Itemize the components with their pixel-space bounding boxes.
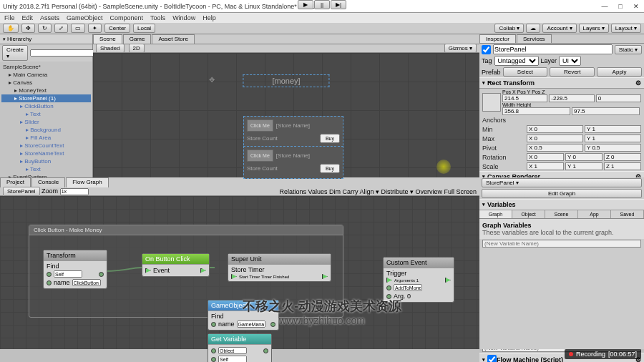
rot-x[interactable] [527, 153, 564, 161]
click-me-button[interactable]: Click Me [247, 150, 273, 162]
scene-gizmos[interactable]: Gizmos ▾ [444, 44, 477, 53]
menu-help[interactable]: Help [203, 14, 216, 21]
layers-dropdown[interactable]: Layers ▾ [579, 24, 609, 33]
store-panel-preview-1[interactable]: Click Me[Store Name] Store CountBuy [243, 116, 343, 149]
scene-2d[interactable]: 2D [129, 44, 145, 53]
money-text-preview[interactable]: [money] [243, 74, 329, 87]
scene-shading[interactable]: Shaded [96, 44, 125, 53]
flow-canvas[interactable]: Click Button - Make Money Transform Find… [0, 196, 479, 349]
cloud-icon[interactable]: ☁ [526, 24, 540, 33]
hierarchy-item[interactable]: ▸ StoreCountText [1, 142, 91, 150]
layer-select[interactable]: UI [559, 56, 581, 66]
tab-inspector[interactable]: Inspector [479, 34, 516, 43]
rotate-tool[interactable]: ↻ [38, 24, 52, 33]
edit-graph-button[interactable]: Edit Graph [482, 189, 642, 198]
hierarchy-item[interactable]: ▸ Fill Area [1, 134, 91, 142]
width[interactable] [502, 107, 570, 115]
tab-project[interactable]: Project [0, 177, 31, 187]
hierarchy-item[interactable]: ▸ StorePanel (1) [1, 94, 91, 102]
anchor-preset[interactable] [482, 93, 501, 112]
collab-dropdown[interactable]: Collab ▾ [494, 24, 524, 33]
gear-icon[interactable]: ⚙ [635, 79, 641, 87]
tab-asset-store[interactable]: Asset Store [152, 34, 194, 44]
node-get-variable[interactable]: Get Variable [208, 333, 272, 362]
anchor-min-y[interactable] [585, 125, 641, 133]
node-super-unit[interactable]: Super Unit Store Timer Start Timer Timer… [228, 253, 331, 282]
buy-button[interactable]: Buy [320, 164, 340, 173]
vartab-graph[interactable]: Graph [479, 210, 512, 218]
hierarchy-item[interactable]: SampleScene* [1, 63, 91, 71]
pause-button[interactable]: || [314, 0, 330, 9]
account-dropdown[interactable]: Account ▾ [542, 24, 576, 33]
hierarchy-item[interactable]: ▸ Text [1, 165, 91, 173]
height[interactable] [572, 107, 640, 115]
flow-breadcrumb[interactable]: StorePanel [3, 187, 40, 196]
menu-component[interactable]: Component [110, 14, 144, 21]
hierarchy-item[interactable]: ▸ StoreNameText [1, 150, 91, 157]
pos-x[interactable] [502, 94, 547, 102]
menu-tools[interactable]: Tools [150, 14, 165, 21]
scene-view[interactable]: ✥ [money] Click Me[Store Name] Store Cou… [93, 53, 479, 177]
scale-z[interactable] [604, 162, 641, 170]
tab-scene[interactable]: Scene [93, 34, 122, 44]
menu-gameobject[interactable]: GameObject [67, 14, 103, 21]
node-gameobject-find[interactable]: GameObject Find name [208, 300, 279, 331]
tab-console[interactable]: Console [31, 177, 65, 187]
rect-transform-header[interactable]: Rect Transform⚙ [479, 77, 644, 89]
prefab-apply[interactable]: Apply [597, 67, 642, 77]
play-button[interactable]: ▶ [298, 0, 313, 9]
vartab-app[interactable]: App [578, 210, 611, 218]
zoom-input[interactable] [60, 188, 89, 195]
variables-section-header[interactable]: Variables [479, 199, 644, 210]
menu-window[interactable]: Window [172, 14, 195, 21]
hierarchy-item[interactable]: ▸ Main Camera [1, 71, 91, 79]
layout-dropdown[interactable]: Layout ▾ [611, 24, 641, 33]
node-on-button-click[interactable]: On Button Click Event [142, 253, 210, 277]
hierarchy-item[interactable]: ▸ Background [1, 126, 91, 134]
node-transform-find[interactable]: Transform Find name [43, 250, 107, 289]
window-minimize[interactable]: — [600, 3, 610, 10]
pivot-x[interactable] [527, 144, 583, 152]
prefab-revert[interactable]: Revert [550, 67, 595, 77]
transform-tool[interactable]: ✦ [88, 24, 102, 33]
menu-file[interactable]: File [4, 14, 15, 21]
tab-game[interactable]: Game [123, 34, 152, 44]
hierarchy-item[interactable]: ▸ Text [1, 110, 91, 118]
click-me-button[interactable]: Click Me [247, 119, 273, 132]
anchor-max-x[interactable] [527, 134, 583, 142]
hierarchy-item[interactable]: ▸ BuyButton [1, 157, 91, 165]
store-panel-preview-2[interactable]: Click Me[Store Name] Store CountBuy [243, 146, 343, 179]
scale-tool[interactable]: ⤢ [54, 24, 68, 33]
rect-tool[interactable]: ▭ [71, 24, 85, 33]
rot-y[interactable] [565, 153, 602, 161]
anchor-max-y[interactable] [585, 134, 641, 142]
step-button[interactable]: ▶| [331, 0, 346, 9]
varpanel-title[interactable]: StorePanel ▾ [482, 178, 642, 187]
window-maximize[interactable]: □ [615, 3, 625, 10]
new-graph-var[interactable] [482, 240, 641, 248]
pos-y[interactable] [549, 94, 594, 102]
window-close[interactable]: ✕ [631, 3, 641, 10]
pivot-y[interactable] [585, 144, 641, 152]
hierarchy-tab[interactable]: Hierarchy [0, 34, 92, 44]
anchor-min-x[interactable] [527, 125, 583, 133]
vartab-object[interactable]: Object [512, 210, 545, 218]
hierarchy-item[interactable]: ▸ Slider [1, 118, 91, 126]
pivot-local[interactable]: Local [133, 24, 155, 33]
transform-gizmo[interactable]: ✥ [209, 76, 215, 84]
menu-edit[interactable]: Edit [22, 14, 34, 21]
pos-z[interactable] [596, 94, 641, 102]
scale-y[interactable] [565, 162, 602, 170]
hierarchy-item[interactable]: ▸ ClickButton [1, 102, 91, 110]
rot-z[interactable] [604, 153, 641, 161]
gameobject-enabled[interactable] [482, 45, 491, 54]
move-tool[interactable]: ✥ [21, 24, 35, 33]
static-dropdown[interactable]: Static ▾ [615, 45, 642, 54]
flow-toolbar-right[interactable]: Relations Values Dim Carry Align ▾ Distr… [280, 188, 477, 195]
menu-assets[interactable]: Assets [40, 14, 59, 21]
hierarchy-item[interactable]: ▸ MoneyText [1, 87, 91, 94]
prefab-select[interactable]: Select [503, 67, 548, 77]
node-custom-event-trigger[interactable]: Custom Event Trigger Arguments 1 Arg. 0 [383, 257, 454, 303]
gameobject-name[interactable] [493, 44, 613, 54]
tag-select[interactable]: Untagged [494, 56, 539, 66]
